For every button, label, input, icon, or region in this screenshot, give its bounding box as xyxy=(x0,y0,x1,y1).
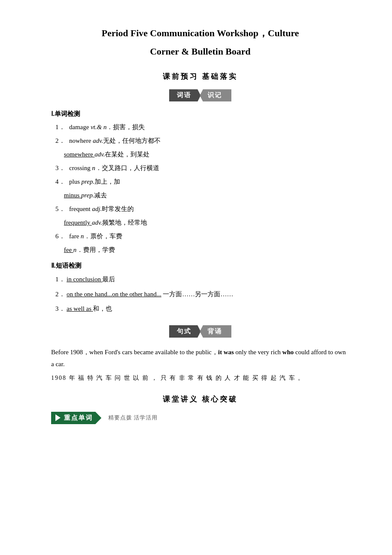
course-heading: 课堂讲义 核心突破 xyxy=(51,394,349,404)
vocab-item-1: 1． damage vt.& n．损害，损失 xyxy=(51,121,349,133)
vocab-sub-frequently: frequently adv.频繁地，经常地 xyxy=(64,217,349,228)
phrase-item-1: 1． in conclusion 最后 xyxy=(51,273,349,286)
vocab-item-6: 6． fare n．票价，车费 xyxy=(51,231,349,242)
badge-row-1: 词语 识记 xyxy=(51,89,349,101)
section2-label: Ⅱ.短语检测 xyxy=(51,262,349,270)
vocab-item-3: 3． crossing n．交叉路口，人行横道 xyxy=(51,162,349,174)
key-words-badge: 重点单词 xyxy=(51,412,101,424)
badge-left-vocab: 词语 xyxy=(169,89,201,101)
vocab-item-5: 5． frequent adj.时常发生的 xyxy=(51,203,349,215)
badge-row-2: 句式 背诵 xyxy=(51,325,349,338)
sentence-section: Before 1908，when Ford's cars became avai… xyxy=(51,346,349,384)
phrase-item-3: 3． as well as 和，也 xyxy=(51,303,349,315)
key-subtitle: 精要点拨 活学活用 xyxy=(108,414,158,422)
vocab-badge: 词语 识记 xyxy=(169,89,231,101)
sentence-chinese: 1908 年 福 特 汽 车 问 世 以 前 ， 只 有 非 常 有 钱 的 人… xyxy=(51,372,349,384)
vocab-sub-somewhere: somewhere adv.在某处，到某处 xyxy=(64,149,349,160)
sentence-badge: 句式 背诵 xyxy=(169,325,231,338)
vocab-item-4: 4． plus prep.加上，加 xyxy=(51,176,349,188)
section1-heading: 课前预习 基础落实 xyxy=(51,72,349,81)
badge-right-sentence: 背诵 xyxy=(200,325,231,338)
section1-label: Ⅰ.单词检测 xyxy=(51,110,349,118)
main-title-line2: Corner & Bulletin Board xyxy=(51,44,349,59)
vocab-sub-fee: fee n．费用，学费 xyxy=(64,244,349,256)
sentence-english: Before 1908，when Ford's cars became avai… xyxy=(51,346,349,370)
play-icon xyxy=(55,414,61,421)
phrase-item-2: 2． on the one hand...on the other hand..… xyxy=(51,288,349,301)
main-title-line1: Period Five Communication Workshop，Cultu… xyxy=(51,26,349,40)
badge-right-vocab: 识记 xyxy=(200,89,231,101)
badge-left-sentence: 句式 xyxy=(169,325,201,338)
vocab-item-2: 2． nowhere adv.无处，任何地方都不 xyxy=(51,135,349,147)
key-words-row: 重点单词 精要点拨 活学活用 xyxy=(51,412,349,424)
vocab-sub-minus: minus prep.减去 xyxy=(64,190,349,201)
